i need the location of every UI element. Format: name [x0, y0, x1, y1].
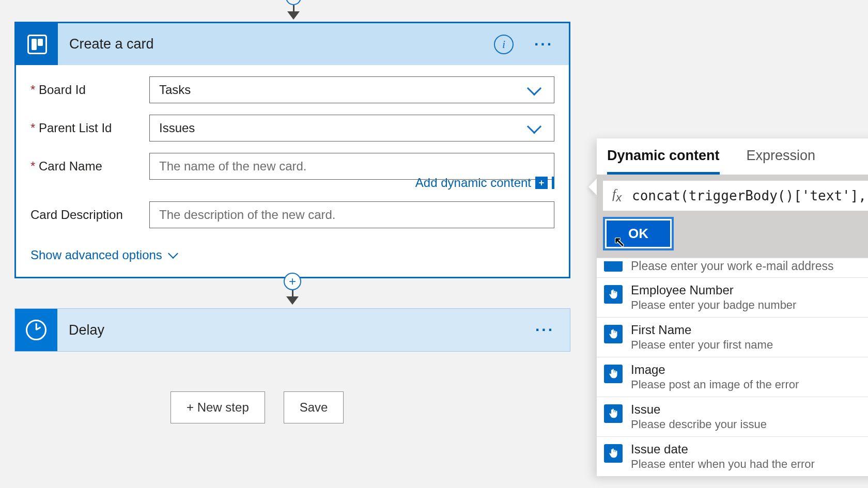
board-id-select[interactable]: Tasks [149, 76, 554, 103]
input-token-icon [604, 325, 623, 343]
trello-icon [16, 23, 58, 65]
dynamic-content-item[interactable]: ImagePlease post an image of the error [597, 357, 868, 397]
mid-connector: + [284, 273, 301, 305]
delay-action[interactable]: Delay ··· [14, 308, 570, 352]
delay-title: Delay [69, 322, 535, 338]
cursor-icon: ↖ [614, 234, 625, 250]
create-card-header[interactable]: Create a card i ··· [16, 23, 569, 65]
dynamic-content-badge-icon: + [535, 177, 548, 189]
add-step-icon[interactable]: + [284, 273, 301, 290]
chevron-down-icon [168, 248, 178, 259]
add-dynamic-content-link[interactable]: Add dynamic content + [415, 176, 554, 190]
card-description-input[interactable]: The description of the new card. [149, 201, 554, 228]
dynamic-content-popover: Dynamic content Expression fx concat(tri… [597, 138, 868, 476]
info-icon[interactable]: i [494, 35, 514, 54]
parent-list-id-select[interactable]: Issues [149, 115, 554, 141]
input-token-icon [604, 365, 623, 383]
dynamic-content-item[interactable]: Please enter your work e-mail address [597, 258, 868, 277]
create-card-action: Create a card i ··· Board Id Tasks Paren… [14, 22, 570, 278]
clock-icon [15, 309, 57, 351]
card-description-label: Card Description [30, 208, 149, 222]
board-id-label: Board Id [30, 83, 149, 97]
top-connector [286, 0, 301, 20]
tab-expression[interactable]: Expression [747, 148, 816, 175]
input-token-icon [604, 261, 623, 272]
dynamic-content-item[interactable]: Issue datePlease enter when you had the … [597, 436, 868, 476]
show-advanced-options-link[interactable]: Show advanced options [30, 248, 554, 262]
tab-dynamic-content[interactable]: Dynamic content [607, 148, 720, 175]
delay-menu-icon[interactable]: ··· [535, 321, 554, 339]
card-name-label: Card Name [30, 159, 149, 174]
dynamic-content-item[interactable]: Employee NumberPlease enter your badge n… [597, 277, 868, 317]
chevron-down-icon [527, 81, 541, 96]
dynamic-content-item[interactable]: IssuePlease describe your issue [597, 397, 868, 436]
chevron-down-icon [527, 119, 541, 134]
parent-list-id-label: Parent List Id [30, 121, 149, 135]
dynamic-content-item[interactable]: First NamePlease enter your first name [597, 317, 868, 357]
save-button[interactable]: Save [284, 391, 344, 423]
input-token-icon [604, 404, 623, 423]
expression-input[interactable]: fx concat(triggerBody()['text'], ' [603, 181, 868, 211]
input-token-icon [604, 444, 623, 463]
ok-button[interactable]: OK ↖ [607, 221, 670, 247]
input-token-icon [604, 285, 623, 304]
add-step-icon[interactable] [286, 0, 301, 5]
create-card-title: Create a card [69, 36, 494, 52]
fx-icon: fx [612, 186, 622, 204]
card-menu-icon[interactable]: ··· [534, 36, 553, 53]
new-step-button[interactable]: + New step [171, 391, 265, 423]
